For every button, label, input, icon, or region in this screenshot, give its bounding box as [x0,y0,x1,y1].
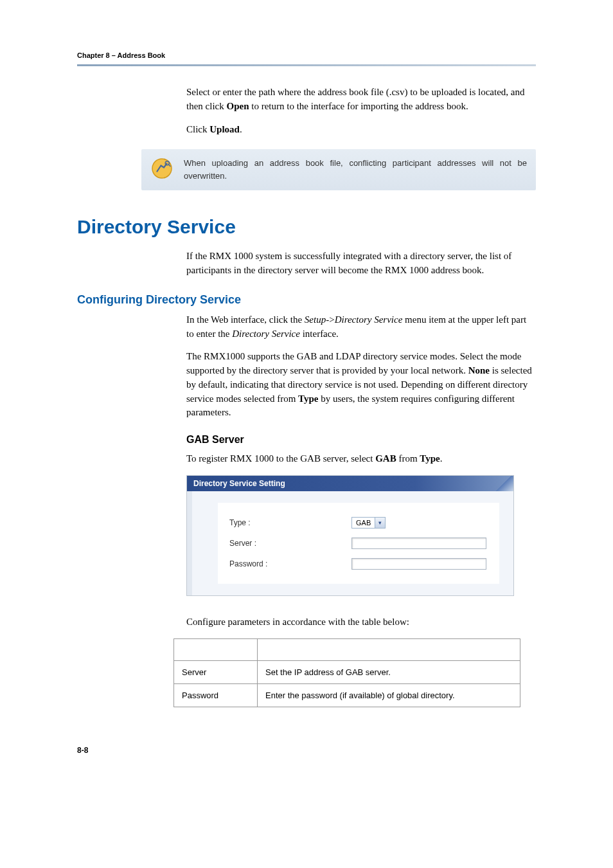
table-header-row [174,638,520,660]
type-bold-2: Type [420,453,440,464]
cfg-para-1: In the Web interface, click the Setup->D… [186,313,536,341]
text: Click [186,124,209,134]
td-param: Password [174,683,258,707]
param-table: Server Set the IP address of GAB server.… [173,638,520,707]
text: To register RMX 1000 to the GAB server, … [186,453,375,464]
screenshot-directory-service-setting: Directory Service Setting Type : GAB ▾ S… [186,475,514,596]
chevron-down-icon[interactable]: ▾ [375,518,385,528]
chapter-header: Chapter 8 – Address Book [77,51,536,59]
td-desc: Set the IP address of GAB server. [258,660,520,683]
intro-para-1: Select or enter the path where the addre… [186,86,536,114]
section-title-directory-service: Directory Service [77,216,536,238]
text: from [396,453,420,464]
type-select[interactable]: GAB ▾ [351,517,386,529]
header-rule [77,64,536,66]
text: . [440,453,443,464]
intro-para-2: Click Upload. [186,123,536,137]
italic-setup: Setup [305,314,326,325]
open-bold: Open [226,101,249,111]
italic-ds: Directory Service [335,314,403,325]
type-bold: Type [298,393,318,404]
h3-gab-server: GAB Server [186,434,536,446]
label-server: Server : [229,539,351,548]
cfg-para-2: The RMX1000 supports the GAB and LDAP di… [186,350,536,420]
ds-intro: If the RMX 1000 system is successfully i… [186,249,536,278]
italic-ds2: Directory Service [232,329,300,339]
text: interface. [300,329,339,339]
row-password: Password : [229,558,488,570]
th-param [174,638,258,660]
server-input[interactable] [351,538,486,549]
screenshot-inner: Type : GAB ▾ Server : Password : [218,503,499,584]
text: -> [326,314,334,325]
screenshot-body: Type : GAB ▾ Server : Password : [187,491,513,595]
td-param: Server [174,660,258,683]
gab-para: To register RMX 1000 to the GAB server, … [186,452,536,466]
screenshot-titlebar: Directory Service Setting [187,476,513,491]
gab-bold: GAB [375,453,396,464]
label-type: Type : [229,518,351,527]
text: In the Web interface, click the [186,314,305,325]
note-icon [150,157,176,183]
row-type: Type : GAB ▾ [229,517,488,529]
label-password: Password : [229,559,351,568]
type-select-value: GAB [352,519,375,527]
text: to return to the interface for importing… [249,101,468,111]
password-input[interactable] [351,558,486,570]
note-box: When uploading an address book file, con… [141,149,536,190]
none-bold: None [468,365,490,375]
table-row: Server Set the IP address of GAB server. [174,660,520,683]
th-desc [258,638,520,660]
subsection-configuring: Configuring Directory Service [77,293,536,307]
table-intro: Configure parameters in accordance with … [186,615,536,629]
note-text: When uploading an address book file, con… [184,157,527,183]
page-number: 8-8 [77,746,536,755]
row-server: Server : [229,538,488,549]
table-row: Password Enter the password (if availabl… [174,683,520,707]
td-desc: Enter the password (if available) of glo… [258,683,520,707]
text: . [240,124,242,134]
upload-bold: Upload [209,124,240,134]
